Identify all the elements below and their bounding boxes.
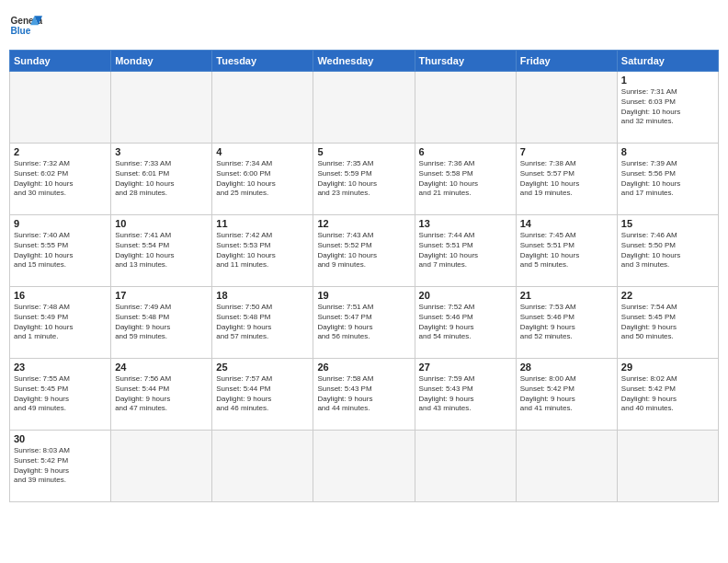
day-number: 15 bbox=[621, 218, 714, 229]
day-number: 2 bbox=[14, 146, 107, 157]
col-saturday: Saturday bbox=[617, 51, 718, 72]
table-row: 24Sunrise: 7:56 AM Sunset: 5:44 PM Dayli… bbox=[111, 359, 212, 431]
day-number: 19 bbox=[317, 290, 410, 301]
day-number: 4 bbox=[216, 146, 309, 157]
day-number: 25 bbox=[216, 362, 309, 373]
day-info: Sunrise: 7:41 AM Sunset: 5:54 PM Dayligh… bbox=[115, 231, 208, 270]
day-number: 9 bbox=[14, 218, 107, 229]
table-row: 22Sunrise: 7:54 AM Sunset: 5:45 PM Dayli… bbox=[617, 287, 718, 359]
table-row: 9Sunrise: 7:40 AM Sunset: 5:55 PM Daylig… bbox=[10, 215, 111, 287]
table-row bbox=[617, 431, 718, 502]
calendar-body: 1Sunrise: 7:31 AM Sunset: 6:03 PM Daylig… bbox=[10, 72, 719, 502]
day-number: 7 bbox=[520, 146, 613, 157]
day-number: 24 bbox=[115, 362, 208, 373]
day-number: 17 bbox=[115, 290, 208, 301]
day-info: Sunrise: 7:32 AM Sunset: 6:02 PM Dayligh… bbox=[14, 159, 107, 199]
calendar-header: Sunday Monday Tuesday Wednesday Thursday… bbox=[10, 51, 719, 72]
day-info: Sunrise: 7:53 AM Sunset: 5:46 PM Dayligh… bbox=[520, 303, 613, 342]
day-number: 1 bbox=[621, 75, 714, 86]
day-info: Sunrise: 7:59 AM Sunset: 5:43 PM Dayligh… bbox=[419, 374, 512, 414]
day-number: 29 bbox=[621, 362, 714, 373]
table-row: 28Sunrise: 8:00 AM Sunset: 5:42 PM Dayli… bbox=[516, 359, 617, 431]
day-number: 28 bbox=[520, 362, 613, 373]
table-row: 10Sunrise: 7:41 AM Sunset: 5:54 PM Dayli… bbox=[111, 215, 212, 287]
day-info: Sunrise: 7:54 AM Sunset: 5:45 PM Dayligh… bbox=[621, 303, 714, 342]
table-row: 15Sunrise: 7:46 AM Sunset: 5:50 PM Dayli… bbox=[617, 215, 718, 287]
table-row bbox=[212, 72, 313, 144]
svg-text:Blue: Blue bbox=[10, 26, 30, 36]
table-row: 21Sunrise: 7:53 AM Sunset: 5:46 PM Dayli… bbox=[516, 287, 617, 359]
col-friday: Friday bbox=[516, 51, 617, 72]
table-row bbox=[415, 72, 516, 144]
col-wednesday: Wednesday bbox=[313, 51, 415, 72]
table-row bbox=[313, 431, 415, 502]
day-info: Sunrise: 7:50 AM Sunset: 5:48 PM Dayligh… bbox=[216, 303, 309, 342]
header-row: Sunday Monday Tuesday Wednesday Thursday… bbox=[10, 51, 719, 72]
day-info: Sunrise: 7:43 AM Sunset: 5:52 PM Dayligh… bbox=[317, 231, 410, 270]
calendar-table: Sunday Monday Tuesday Wednesday Thursday… bbox=[9, 50, 719, 502]
table-row bbox=[415, 431, 516, 502]
table-row: 12Sunrise: 7:43 AM Sunset: 5:52 PM Dayli… bbox=[313, 215, 415, 287]
table-row: 16Sunrise: 7:48 AM Sunset: 5:49 PM Dayli… bbox=[10, 287, 111, 359]
day-info: Sunrise: 8:00 AM Sunset: 5:42 PM Dayligh… bbox=[520, 374, 613, 414]
day-number: 12 bbox=[317, 218, 410, 229]
header: General Blue bbox=[9, 9, 719, 42]
col-thursday: Thursday bbox=[415, 51, 516, 72]
day-number: 14 bbox=[520, 218, 613, 229]
table-row bbox=[212, 431, 313, 502]
day-info: Sunrise: 7:39 AM Sunset: 5:56 PM Dayligh… bbox=[621, 159, 714, 199]
day-number: 22 bbox=[621, 290, 714, 301]
table-row bbox=[10, 72, 111, 144]
day-info: Sunrise: 7:36 AM Sunset: 5:58 PM Dayligh… bbox=[419, 159, 512, 199]
day-info: Sunrise: 7:56 AM Sunset: 5:44 PM Dayligh… bbox=[115, 374, 208, 414]
table-row bbox=[111, 72, 212, 144]
day-info: Sunrise: 7:55 AM Sunset: 5:45 PM Dayligh… bbox=[14, 374, 107, 414]
table-row: 29Sunrise: 8:02 AM Sunset: 5:42 PM Dayli… bbox=[617, 359, 718, 431]
table-row: 6Sunrise: 7:36 AM Sunset: 5:58 PM Daylig… bbox=[415, 144, 516, 215]
day-info: Sunrise: 7:51 AM Sunset: 5:47 PM Dayligh… bbox=[317, 303, 410, 342]
table-row: 26Sunrise: 7:58 AM Sunset: 5:43 PM Dayli… bbox=[313, 359, 415, 431]
day-number: 3 bbox=[115, 146, 208, 157]
day-info: Sunrise: 7:31 AM Sunset: 6:03 PM Dayligh… bbox=[621, 87, 714, 127]
day-info: Sunrise: 7:38 AM Sunset: 5:57 PM Dayligh… bbox=[520, 159, 613, 199]
day-number: 16 bbox=[14, 290, 107, 301]
day-info: Sunrise: 7:48 AM Sunset: 5:49 PM Dayligh… bbox=[14, 303, 107, 342]
day-info: Sunrise: 8:03 AM Sunset: 5:42 PM Dayligh… bbox=[14, 446, 107, 486]
table-row: 11Sunrise: 7:42 AM Sunset: 5:53 PM Dayli… bbox=[212, 215, 313, 287]
table-row: 7Sunrise: 7:38 AM Sunset: 5:57 PM Daylig… bbox=[516, 144, 617, 215]
table-row bbox=[516, 72, 617, 144]
day-number: 20 bbox=[419, 290, 512, 301]
table-row: 3Sunrise: 7:33 AM Sunset: 6:01 PM Daylig… bbox=[111, 144, 212, 215]
table-row: 27Sunrise: 7:59 AM Sunset: 5:43 PM Dayli… bbox=[415, 359, 516, 431]
day-info: Sunrise: 7:33 AM Sunset: 6:01 PM Dayligh… bbox=[115, 159, 208, 199]
day-number: 5 bbox=[317, 146, 410, 157]
day-number: 26 bbox=[317, 362, 410, 373]
table-row: 14Sunrise: 7:45 AM Sunset: 5:51 PM Dayli… bbox=[516, 215, 617, 287]
table-row bbox=[313, 72, 415, 144]
day-info: Sunrise: 7:52 AM Sunset: 5:46 PM Dayligh… bbox=[419, 303, 512, 342]
day-info: Sunrise: 7:45 AM Sunset: 5:51 PM Dayligh… bbox=[520, 231, 613, 270]
day-info: Sunrise: 7:46 AM Sunset: 5:50 PM Dayligh… bbox=[621, 231, 714, 270]
table-row: 1Sunrise: 7:31 AM Sunset: 6:03 PM Daylig… bbox=[617, 72, 718, 144]
day-number: 21 bbox=[520, 290, 613, 301]
logo-icon: General Blue bbox=[9, 9, 42, 42]
table-row: 13Sunrise: 7:44 AM Sunset: 5:51 PM Dayli… bbox=[415, 215, 516, 287]
logo: General Blue bbox=[9, 9, 42, 42]
day-number: 8 bbox=[621, 146, 714, 157]
table-row: 2Sunrise: 7:32 AM Sunset: 6:02 PM Daylig… bbox=[10, 144, 111, 215]
day-info: Sunrise: 7:34 AM Sunset: 6:00 PM Dayligh… bbox=[216, 159, 309, 199]
day-number: 27 bbox=[419, 362, 512, 373]
table-row: 4Sunrise: 7:34 AM Sunset: 6:00 PM Daylig… bbox=[212, 144, 313, 215]
col-monday: Monday bbox=[111, 51, 212, 72]
day-info: Sunrise: 7:58 AM Sunset: 5:43 PM Dayligh… bbox=[317, 374, 410, 414]
day-number: 13 bbox=[419, 218, 512, 229]
table-row: 18Sunrise: 7:50 AM Sunset: 5:48 PM Dayli… bbox=[212, 287, 313, 359]
day-number: 18 bbox=[216, 290, 309, 301]
table-row: 19Sunrise: 7:51 AM Sunset: 5:47 PM Dayli… bbox=[313, 287, 415, 359]
table-row: 5Sunrise: 7:35 AM Sunset: 5:59 PM Daylig… bbox=[313, 144, 415, 215]
day-number: 10 bbox=[115, 218, 208, 229]
day-info: Sunrise: 7:44 AM Sunset: 5:51 PM Dayligh… bbox=[419, 231, 512, 270]
table-row: 23Sunrise: 7:55 AM Sunset: 5:45 PM Dayli… bbox=[10, 359, 111, 431]
col-tuesday: Tuesday bbox=[212, 51, 313, 72]
col-sunday: Sunday bbox=[10, 51, 111, 72]
